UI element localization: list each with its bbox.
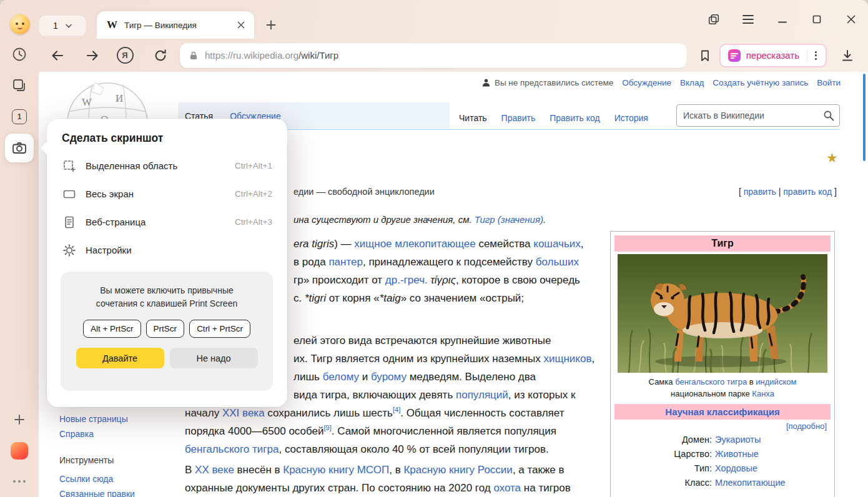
taxobox-title: Тигр [614, 235, 831, 252]
key-button-ctrl-prtscr[interactable]: Ctrl + PrtScr [189, 320, 250, 338]
screenshot-popup: Сделать скриншот Выделенная область Ctrl… [47, 119, 287, 407]
bookmark-button[interactable] [694, 45, 716, 66]
details-link[interactable]: [подробно] [613, 420, 832, 432]
tab-read[interactable]: Читать [459, 113, 487, 123]
wiki-search-box [676, 104, 840, 127]
yandex-button[interactable]: Я [114, 45, 136, 66]
collections-button[interactable] [0, 73, 39, 98]
back-arrow-icon [49, 47, 66, 64]
yandex-services-button[interactable] [0, 438, 39, 463]
page-scrollbar[interactable] [863, 74, 866, 161]
user-icon [481, 78, 491, 87]
wiki-search-input[interactable] [683, 111, 823, 121]
article-line: с. *tigri от корня «*taig» со значением … [293, 292, 524, 305]
retell-button[interactable]: пересказать [719, 44, 827, 67]
tab-close-icon[interactable] [234, 18, 248, 32]
tab-edit-source[interactable]: Править код [550, 113, 599, 123]
anon-user-label: Вы не представились системе [495, 78, 613, 87]
taxon-value[interactable]: Хордовые [715, 461, 832, 476]
screen-icon [62, 187, 77, 201]
sidebar-link-what-links-here[interactable]: Ссылки сюда [59, 474, 113, 484]
plus-icon [266, 20, 276, 30]
history-button[interactable] [0, 42, 39, 67]
personal-link-login[interactable]: Войти [817, 78, 841, 87]
chevron-down-icon [66, 24, 72, 28]
wikipedia-favicon: W [107, 19, 117, 31]
yandex-logo-icon: Я [117, 47, 134, 64]
svg-text:И: И [116, 92, 123, 104]
tab-edit[interactable]: Править [501, 113, 536, 123]
menu-item-selected-area[interactable]: Выделенная область Ctrl+Alt+1 [47, 152, 287, 180]
back-button[interactable] [47, 45, 68, 66]
taxon-value[interactable]: Млекопитающие [715, 476, 832, 490]
personal-link-create-account[interactable]: Создать учётную запись [713, 78, 808, 87]
taxon-label: Тип: [613, 461, 712, 476]
caption-line: национальном парке Канха [617, 388, 828, 400]
tiger-photo[interactable] [618, 254, 827, 373]
tab-history[interactable]: История [614, 113, 648, 123]
featured-star-icon: ★ [826, 150, 838, 165]
article-line: порядка 4000—6500 особей[9]. Самой много… [185, 425, 556, 438]
forward-button[interactable] [82, 45, 103, 66]
classification-header[interactable]: Научная классификация [614, 404, 831, 420]
key-button-alt-prtscr[interactable]: Alt + PrtScr [83, 320, 141, 338]
taxobox-caption: Самка бенгальского тигра в индийском нац… [613, 373, 832, 402]
sidebar-link-help[interactable]: Справка [59, 429, 94, 439]
menu-icon[interactable] [740, 11, 756, 27]
tab-counter[interactable]: 1 [39, 15, 86, 36]
address-bar[interactable]: https://ru.wikipedia.org/wiki/Тигр [180, 43, 687, 68]
menu-item-label: Настройки [86, 245, 272, 255]
downloads-button[interactable] [837, 45, 858, 66]
taxon-label: Домен: [613, 433, 712, 447]
more-dots-icon [13, 480, 26, 483]
browser-tab[interactable]: W Тигр — Википедия [97, 11, 254, 39]
article-line: началу XXI века сохранились лишь шесть[4… [185, 406, 564, 420]
retell-menu-icon[interactable] [809, 47, 822, 64]
menu-item-label: Веб-страница [86, 217, 235, 227]
taxonomy-rows: Домен: Эукариоты Царство: Животные Тип: … [613, 433, 832, 490]
minimize-icon[interactable] [774, 11, 791, 27]
profile-avatar[interactable] [10, 14, 30, 34]
menu-item-shortcut: Ctrl+Alt+1 [235, 161, 272, 170]
accept-button[interactable]: Давайте [76, 348, 164, 368]
screenshot-tool-button[interactable] [5, 134, 34, 162]
anon-user: Вы не представились системе [481, 78, 613, 87]
collections-icon [11, 77, 27, 94]
close-icon[interactable] [843, 11, 859, 27]
reload-button[interactable] [150, 45, 171, 66]
personal-link-talk[interactable]: Обсуждение [622, 78, 671, 87]
menu-item-web-page[interactable]: Веб-страница Ctrl+Alt+3 [47, 208, 287, 236]
tabs-panel-button[interactable]: 1 [0, 104, 39, 129]
taxon-label: Царство: [613, 447, 712, 461]
svg-text:W: W [82, 96, 92, 108]
taxon-value[interactable]: Животные [715, 447, 832, 461]
maximize-icon[interactable] [809, 11, 825, 27]
hint-text-line: Вы можете включить привычные [61, 284, 273, 297]
personal-bar: Вы не представились системе Обсуждение В… [481, 78, 841, 87]
add-panel-button[interactable] [0, 407, 39, 432]
sidebar-link-new-pages[interactable]: Новые страницы [59, 414, 128, 424]
sidebar-link-related-changes[interactable]: Связанные правки [59, 489, 135, 497]
personal-link-contribs[interactable]: Вклад [680, 78, 704, 87]
retell-label: пересказать [746, 50, 799, 61]
article-line: в рода пантер, принадлежащего к подсемей… [293, 255, 579, 269]
menu-item-settings[interactable]: Настройки [47, 236, 287, 264]
article-line: лишь белому и бурому медведям. Выделено … [293, 370, 536, 384]
retell-icon [728, 49, 741, 62]
article-line: era tigris) — хищное млекопитающее семей… [293, 237, 584, 251]
hint-text-line: сочетания с клавишей Print Screen [61, 297, 273, 310]
search-icon[interactable] [823, 110, 834, 121]
more-button[interactable] [0, 469, 39, 494]
section-edit-links[interactable]: [ править | править код ] [739, 187, 837, 197]
panels-icon[interactable] [706, 11, 722, 27]
tab-counter-value: 1 [53, 21, 58, 31]
key-button-prtscr[interactable]: PrtScr [146, 320, 185, 338]
article-line: бенгальского тигра, составляющая около 4… [185, 443, 549, 456]
taxon-value[interactable]: Эукариоты [715, 433, 832, 447]
article-line: гр» происходит от др.-греч. τίγρις, кото… [293, 273, 580, 287]
lock-icon [189, 51, 199, 61]
decline-button[interactable]: Не надо [170, 348, 258, 368]
reload-icon [153, 48, 168, 63]
new-tab-button[interactable] [262, 16, 280, 34]
menu-item-full-screen[interactable]: Весь экран Ctrl+Alt+2 [47, 180, 287, 208]
